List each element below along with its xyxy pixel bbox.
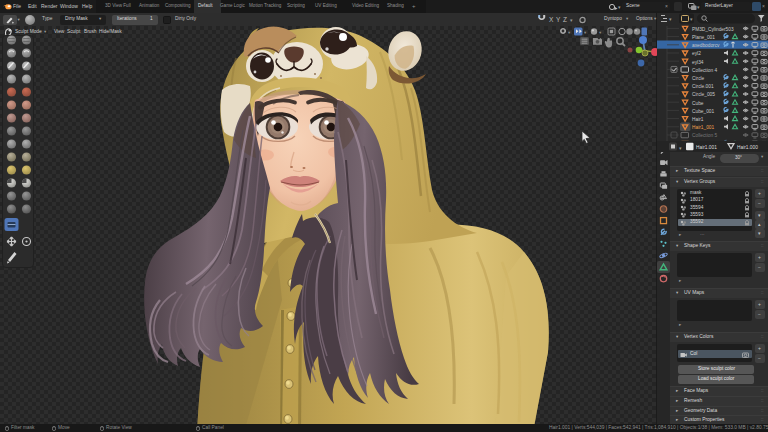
svg-text:Hair1.000: Hair1.000 xyxy=(737,145,758,150)
svg-text:Plane_001: Plane_001 xyxy=(692,35,715,40)
svg-text:Hair1.001: Hair1.001 xyxy=(696,145,717,150)
svg-text:X: X xyxy=(549,16,554,23)
svg-text:eyl2: eyl2 xyxy=(692,51,701,56)
svg-text:Y: Y xyxy=(556,16,561,23)
svg-text:Hair1: Hair1 xyxy=(692,117,704,122)
svg-text:axedbodorcv: axedbodorcv xyxy=(692,43,720,48)
svg-text:Cube_001: Cube_001 xyxy=(692,109,714,114)
svg-text:▾: ▾ xyxy=(679,145,682,151)
svg-text:▾: ▾ xyxy=(568,30,571,35)
svg-text:eyl34: eyl34 xyxy=(692,60,704,65)
svg-text:Collection 5: Collection 5 xyxy=(692,133,717,138)
svg-text:Z: Z xyxy=(563,16,567,23)
svg-text:▾: ▾ xyxy=(599,30,602,35)
svg-text:PM3D_Cylinder503: PM3D_Cylinder503 xyxy=(692,27,734,32)
svg-text:▾: ▾ xyxy=(669,16,672,22)
svg-text:Circle: Circle xyxy=(692,76,705,81)
svg-text:▾: ▾ xyxy=(584,30,587,35)
svg-text:Cube: Cube xyxy=(692,101,704,106)
svg-text:Circle_005: Circle_005 xyxy=(692,92,715,97)
svg-text:▾: ▾ xyxy=(570,17,573,23)
svg-text:Collection 4: Collection 4 xyxy=(692,68,717,73)
svg-text:Circle.001: Circle.001 xyxy=(692,84,714,89)
svg-text:Hair1_001: Hair1_001 xyxy=(692,125,714,130)
